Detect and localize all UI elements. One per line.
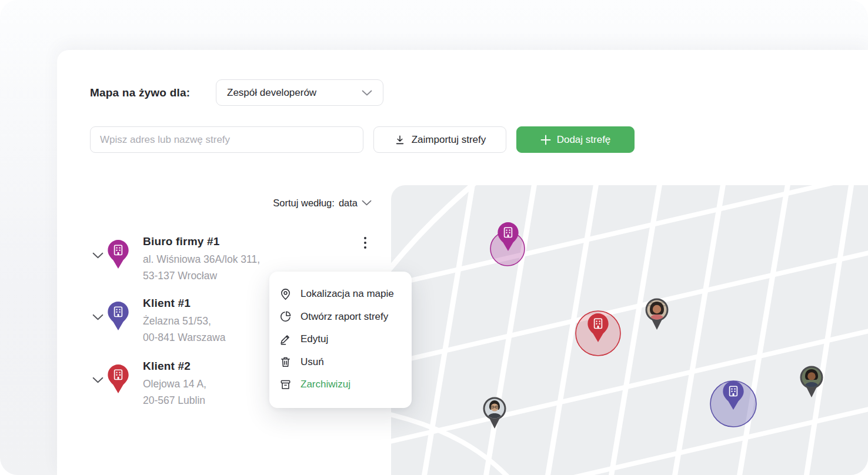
map-pin-client-2[interactable] (586, 312, 610, 343)
zone-address: al. Wiśniowa 36A/lok 311,53-137 Wrocław (143, 251, 260, 284)
location-pin-icon (279, 287, 292, 301)
agent-avatar-marker-3[interactable] (482, 396, 508, 430)
map-pin-company-office[interactable] (496, 221, 520, 252)
zone-search-box (90, 126, 363, 153)
zone-address: Żelazna 51/53,00-841 Warszawa (143, 313, 225, 346)
chevron-down-icon (362, 200, 372, 206)
zone-address: Olejowa 14 A,20-567 Lublin (143, 376, 206, 409)
menu-item-delete[interactable]: Usuń (269, 351, 412, 374)
plus-icon (540, 135, 551, 145)
agent-avatar-marker-2[interactable] (799, 364, 824, 399)
expand-chevron-icon[interactable] (92, 250, 104, 261)
zone-name: Biuro firmy #1 (143, 235, 260, 248)
app-canvas: Mapa na żywo dla: Zespół developerów Zai… (0, 0, 868, 475)
expand-chevron-icon[interactable] (92, 375, 104, 386)
pencil-icon (279, 333, 292, 346)
import-zones-label: Zaimportuj strefy (412, 134, 486, 146)
zone-pin-icon (106, 300, 130, 334)
add-zone-button[interactable]: Dodaj strefę (516, 126, 635, 153)
zone-name: Klient #1 (143, 297, 225, 310)
agent-avatar-marker-1[interactable] (644, 297, 670, 331)
zone-pin-icon (106, 363, 130, 397)
sort-control[interactable]: Sortuj według: data (233, 196, 372, 209)
sort-value: data (339, 198, 358, 209)
team-selector-value: Zespół developerów (227, 87, 316, 99)
archive-icon (279, 378, 292, 392)
zone-pin-icon (106, 239, 130, 272)
team-selector-dropdown[interactable]: Zespół developerów (216, 79, 383, 106)
zone-context-menu: Lokalizacja na mapie Otwórz raport stref… (269, 272, 412, 408)
sort-label: Sortuj według: (273, 198, 335, 209)
menu-item-open-zone-report[interactable]: Otwórz raport strefy (269, 306, 412, 329)
menu-item-locate-on-map[interactable]: Lokalizacja na mapie (269, 283, 412, 306)
chevron-down-icon (362, 90, 372, 96)
add-zone-label: Dodaj strefę (557, 134, 611, 146)
page-title: Mapa na żywo dla: (90, 86, 190, 99)
zone-options-kebab-icon[interactable] (358, 232, 372, 253)
import-zones-button[interactable]: Zaimportuj strefy (373, 126, 506, 153)
map-pin-client-1[interactable] (722, 380, 745, 411)
live-map[interactable] (391, 185, 868, 475)
zone-name: Klient #2 (143, 360, 206, 373)
expand-chevron-icon[interactable] (92, 312, 104, 323)
trash-icon (279, 355, 292, 369)
search-input[interactable] (100, 134, 353, 146)
main-panel: Mapa na żywo dla: Zespół developerów Zai… (57, 50, 868, 475)
menu-item-edit[interactable]: Edytuj (269, 328, 412, 351)
download-icon (394, 134, 406, 146)
menu-item-archive[interactable]: Zarchiwizuj (269, 373, 412, 396)
pie-chart-icon (279, 310, 292, 323)
map-roads (391, 185, 868, 475)
